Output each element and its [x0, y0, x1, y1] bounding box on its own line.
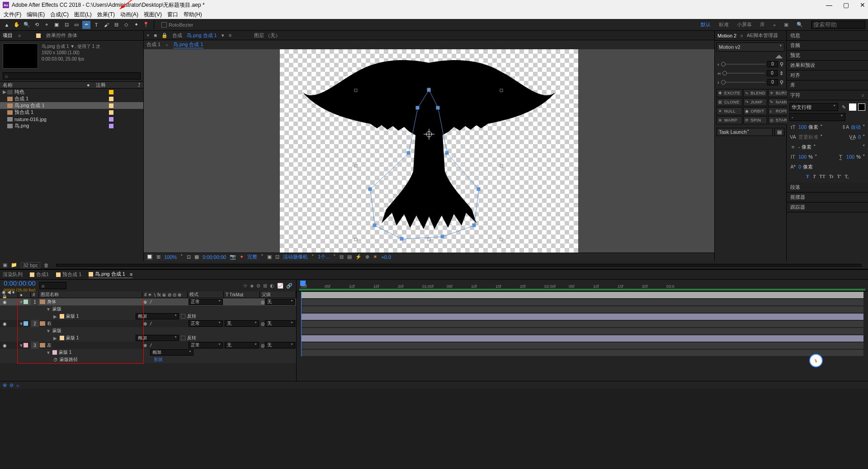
fast-preview-icon[interactable]: ⚡ [355, 254, 362, 260]
menu-file[interactable]: 文件(F) [2, 11, 23, 19]
zoom-level[interactable]: 100% [164, 254, 177, 260]
faux-bold[interactable]: T [806, 174, 809, 179]
comp-thumbnail[interactable] [3, 43, 38, 69]
col-share-icon[interactable]: ⤴ [138, 82, 141, 88]
superscript[interactable]: T' [837, 174, 841, 179]
tab-effect-controls[interactable]: 效果控件 身体 [46, 32, 77, 39]
text-tool-icon[interactable]: T [92, 21, 100, 29]
composition-canvas[interactable] [280, 49, 578, 253]
current-time[interactable]: 0:00:00:00 [203, 254, 226, 260]
anchor-icon[interactable]: ⚲ [780, 80, 783, 85]
layer-1-mask-1[interactable]: ▶蒙版 1 相加˅ 反转 [0, 313, 296, 320]
project-scrollbar[interactable] [56, 264, 862, 267]
col-parent[interactable]: 父级 [260, 291, 296, 298]
resolution-icon[interactable]: ⊡ [187, 254, 191, 260]
motion-graph-icon[interactable]: ◢◣ [715, 53, 786, 59]
viewport[interactable] [144, 49, 714, 253]
layer-3-mask-1[interactable]: ▼蒙版 1 相加˅ [0, 349, 296, 356]
hand-tool-icon[interactable]: ✋ [13, 21, 21, 29]
col-index[interactable]: # [31, 291, 39, 298]
help-search-input[interactable] [811, 21, 865, 29]
viewer-layer-label[interactable]: 图层 （无） [254, 32, 280, 39]
pickwhip-icon[interactable]: ◎ [261, 300, 265, 305]
btn-orbit[interactable]: ◉ORBIT [743, 107, 768, 115]
comp-mini-flowchart-icon[interactable]: ⊹ [243, 283, 247, 289]
eyedropper-icon[interactable]: ✎ [840, 104, 847, 110]
layer-2-mask-1[interactable]: ▶蒙版 1 相加˅ 反转 [0, 334, 296, 342]
project-search-input[interactable]: ⌕ [3, 72, 141, 80]
camera-tool-icon[interactable]: ▣ [52, 21, 61, 29]
visibility-icon[interactable]: ◉ [3, 300, 7, 305]
layer-bar[interactable] [301, 342, 863, 349]
vscale-val[interactable]: 100 [798, 154, 807, 159]
timeline-sync-icon[interactable]: ⊕ [365, 254, 369, 260]
btn-jump[interactable]: ↷JUMP [743, 98, 768, 106]
maximize-button[interactable]: ▢ [843, 1, 849, 9]
project-item-comp-active[interactable]: 鸟.png 合成 1 [0, 102, 143, 109]
breadcrumb-parent[interactable]: 合成 1 [146, 41, 160, 48]
magnify-icon[interactable]: 🔲 [146, 254, 153, 260]
font-family-dropdown[interactable]: 华文行楷˅ [789, 103, 838, 111]
btn-warp[interactable]: ≋WARP [717, 116, 742, 124]
search-icon[interactable]: 🔍 [797, 22, 803, 28]
project-item-comp[interactable]: 预合成 1 [0, 109, 143, 116]
col-source-name[interactable]: 图层名称 [39, 291, 142, 298]
project-item-folder[interactable]: ▶纯色 [0, 89, 143, 95]
slider-both-val[interactable]: 0 [767, 70, 778, 76]
roto-tool-icon[interactable]: ✦ [132, 21, 140, 29]
menu-composition[interactable]: 合成(C) [48, 11, 71, 19]
zoom-tool-icon[interactable]: 🔍 [23, 21, 31, 29]
new-comp-icon[interactable]: ▣ [3, 262, 7, 268]
leading-val[interactable]: 自动 [851, 124, 861, 131]
viewer-lock-icon[interactable]: 🔒 [161, 33, 168, 38]
brainstorm-icon[interactable]: 🔗 [286, 283, 292, 289]
layer-2-masks[interactable]: ▼蒙版 [0, 327, 296, 334]
font-style-dropdown[interactable]: -˅ [789, 113, 845, 121]
link-icon[interactable]: ⇕ [779, 70, 783, 76]
snapshot-icon[interactable]: 📷 [230, 254, 236, 260]
parent-dropdown[interactable]: 无˅ [265, 299, 295, 305]
all-caps[interactable]: TT [819, 174, 825, 179]
layer-bar[interactable] [301, 299, 863, 305]
slider-both[interactable] [722, 73, 765, 74]
hide-shy-icon[interactable]: ⊘ [256, 283, 260, 289]
menu-animation[interactable]: 动画(A) [118, 11, 140, 19]
exposure-icon[interactable]: ☀ [373, 254, 377, 260]
work-area-bar[interactable] [299, 289, 865, 291]
slider-in[interactable] [721, 64, 765, 65]
tab-comp1[interactable]: 合成1 [30, 271, 49, 278]
col-label[interactable]: ● [87, 82, 96, 88]
panel-effects[interactable]: 效果和预设 [787, 61, 868, 70]
current-time-display[interactable]: 0:00:00:00 [4, 279, 36, 287]
layer-bar[interactable] [301, 328, 863, 334]
panel-wiggler[interactable]: 摇摆器 [787, 192, 868, 202]
mask-mode-dropdown[interactable]: 相加˅ [136, 313, 179, 319]
btn-null[interactable]: ✕NULL [717, 107, 742, 115]
workspace-library[interactable]: 库 [760, 21, 765, 28]
bpc-button[interactable]: 32 bpc [21, 262, 40, 268]
btn-spin[interactable]: ⟳SPIN [743, 116, 768, 124]
panel-tracker[interactable]: 跟踪器 [787, 202, 868, 212]
panel-character[interactable]: 字符≡ [787, 90, 868, 100]
faux-italic[interactable]: T [813, 174, 816, 179]
col-trkmat[interactable]: T TrkMat [224, 291, 260, 298]
baseline-val[interactable]: 0 [798, 164, 801, 169]
tab-ae-script[interactable]: AE脚本管理器 [747, 32, 778, 39]
visibility-icon[interactable]: ◉ [3, 343, 7, 348]
graph-editor-icon[interactable]: 📈 [277, 283, 283, 289]
brush-tool-icon[interactable]: 🖌 [102, 21, 110, 29]
panel-align[interactable]: 对齐 [787, 70, 868, 80]
subscript[interactable]: T, [844, 174, 849, 179]
col-av[interactable]: ◉ ◀ ● 🔒 [0, 291, 18, 298]
project-item-image[interactable]: 鸟.png [0, 122, 143, 129]
rotobezier-checkbox[interactable] [161, 22, 167, 28]
pen-tool-icon[interactable]: ✒ [82, 21, 90, 29]
motion-blur-icon[interactable]: ◐ [270, 283, 274, 289]
new-folder-icon[interactable]: 📁 [11, 262, 17, 268]
track-val[interactable]: 0 [858, 134, 861, 140]
grid-icon[interactable]: ⊞ [156, 254, 160, 260]
pan-behind-tool-icon[interactable]: ⊡ [62, 21, 71, 29]
menu-effect[interactable]: 效果(T) [95, 11, 117, 19]
eraser-tool-icon[interactable]: ◇ [122, 21, 130, 29]
selection-tool-icon[interactable]: ▲ [3, 21, 11, 29]
